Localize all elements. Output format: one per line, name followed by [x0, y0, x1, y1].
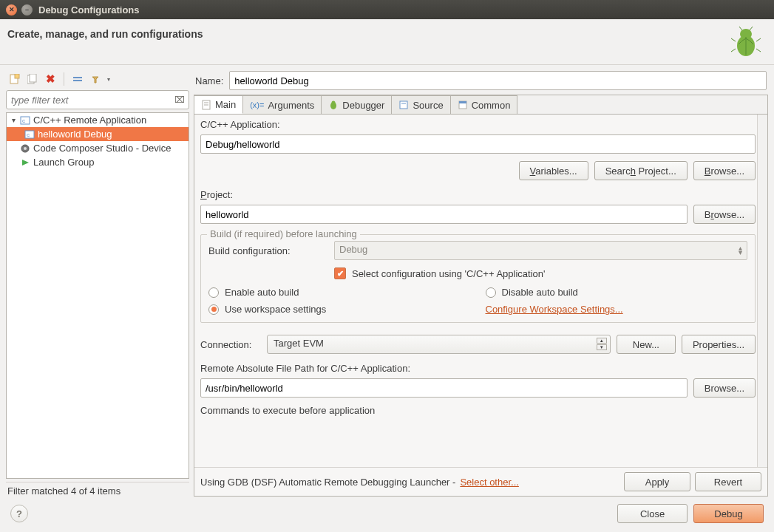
tree-label: helloworld Debug: [38, 129, 112, 140]
tree-node-launch-group[interactable]: Launch Group: [7, 155, 189, 169]
scrollbar[interactable]: [757, 115, 767, 467]
tree-node-helloworld-debug[interactable]: c helloworld Debug: [7, 127, 189, 141]
use-workspace-radio[interactable]: [208, 304, 219, 315]
minimize-icon[interactable]: –: [21, 4, 33, 16]
remote-path-label: Remote Absolute File Path for C/C++ Appl…: [200, 363, 756, 374]
config-tree[interactable]: ▾ c C/C++ Remote Application c helloworl…: [6, 112, 189, 479]
tab-source[interactable]: Source: [392, 95, 450, 114]
common-icon: [458, 100, 468, 110]
dialog-subtitle: Create, manage, and run configurations: [7, 28, 761, 40]
tab-label: Source: [413, 100, 443, 111]
tree-label: Launch Group: [33, 157, 94, 168]
window-title: Debug Configurations: [38, 4, 140, 16]
tab-debugger[interactable]: Debugger: [322, 95, 392, 114]
svg-line-5: [731, 49, 736, 52]
svg-point-20: [24, 147, 27, 150]
filter-clear-icon[interactable]: ⌧: [173, 93, 186, 106]
debug-bug-icon: [728, 24, 764, 61]
svg-text:c: c: [22, 117, 25, 124]
filter-status: Filter matched 4 of 4 items: [6, 482, 189, 497]
spinner-icon[interactable]: ▴▾: [597, 338, 607, 350]
revert-button[interactable]: Revert: [695, 472, 761, 491]
enable-auto-build-radio[interactable]: [208, 287, 219, 298]
browse-project-button[interactable]: Browse...: [693, 205, 756, 224]
collapse-all-icon[interactable]: [72, 73, 84, 85]
tab-arguments[interactable]: (x)= Arguments: [243, 95, 322, 114]
select-other-link[interactable]: Select other...: [460, 477, 519, 488]
dropdown-chevron-icon[interactable]: ▾: [107, 76, 110, 83]
tree-node-ccs[interactable]: Code Composer Studio - Device: [7, 141, 189, 155]
close-icon[interactable]: ✕: [6, 4, 17, 16]
project-input[interactable]: [200, 205, 688, 224]
tab-common[interactable]: Common: [451, 95, 518, 114]
chevron-updown-icon: ▴▾: [739, 246, 742, 255]
search-project-button[interactable]: Search Project...: [594, 161, 688, 180]
tab-label: Common: [472, 100, 511, 111]
connection-combo[interactable]: Target EVM ▴▾: [267, 335, 611, 354]
project-label: Project:: [200, 189, 756, 200]
tab-bar: Main (x)= Arguments Debugger Source Comm…: [194, 95, 767, 115]
dialog-header: Create, manage, and run configurations: [0, 19, 774, 65]
tab-label: Arguments: [268, 100, 314, 111]
window-controls: ✕ –: [6, 4, 33, 16]
name-input[interactable]: [229, 71, 767, 90]
launcher-text: Using GDB (DSF) Automatic Remote Debuggi…: [200, 477, 455, 488]
duplicate-config-icon[interactable]: [27, 73, 38, 85]
properties-button[interactable]: Properties...: [682, 335, 756, 354]
launcher-status-row: Using GDB (DSF) Automatic Remote Debuggi…: [194, 467, 767, 496]
tab-main[interactable]: Main: [194, 95, 243, 114]
apply-button[interactable]: Apply: [624, 472, 690, 491]
disable-auto-build-radio[interactable]: [486, 287, 496, 298]
filter-input[interactable]: [6, 90, 189, 109]
connection-value: Target EVM: [274, 338, 324, 349]
tab-label: Debugger: [342, 100, 384, 111]
tree-label: C/C++ Remote Application: [33, 115, 146, 126]
file-icon: [201, 100, 211, 110]
build-config-label: Build configuration:: [208, 245, 319, 256]
build-legend: Build (if required) before launching: [207, 228, 360, 239]
svg-rect-10: [15, 74, 19, 78]
help-icon[interactable]: ?: [10, 505, 28, 522]
left-panel: ✖ ▾ ⌧ ▾ c C/C++ Remote Application c hel…: [6, 71, 189, 497]
expand-icon[interactable]: ▾: [10, 116, 17, 124]
use-workspace-label: Use workspace settings: [225, 304, 326, 315]
debug-button[interactable]: Debug: [693, 504, 764, 523]
name-label: Name:: [195, 75, 223, 86]
browse-app-button[interactable]: Browse...: [693, 161, 756, 180]
svg-line-7: [739, 27, 742, 30]
filter-menu-icon[interactable]: [89, 73, 101, 85]
source-icon: [398, 100, 409, 110]
app-label: C/C++ Application:: [200, 119, 756, 130]
svg-point-25: [332, 101, 336, 105]
delete-config-icon[interactable]: ✖: [44, 73, 56, 85]
svg-rect-13: [73, 77, 82, 78]
svg-rect-29: [459, 101, 466, 103]
svg-line-6: [756, 49, 761, 52]
tab-main-body: C/C++ Application: Variables... Search P…: [194, 115, 767, 467]
browse-remote-button[interactable]: Browse...: [693, 378, 756, 398]
config-toolbar: ✖ ▾: [6, 71, 189, 90]
tree-node-cpp-remote[interactable]: ▾ c C/C++ Remote Application: [7, 113, 189, 127]
app-input[interactable]: [200, 134, 756, 154]
titlebar: ✕ – Debug Configurations: [0, 0, 774, 19]
remote-path-input[interactable]: [200, 378, 688, 398]
new-config-icon[interactable]: [9, 73, 21, 85]
select-config-label: Select configuration using 'C/C++ Applic…: [352, 268, 546, 279]
svg-rect-12: [30, 74, 36, 82]
svg-text:c: c: [27, 132, 30, 138]
svg-rect-26: [400, 101, 407, 109]
disable-auto-label: Disable auto build: [502, 287, 578, 298]
build-fieldset: Build (if required) before launching Bui…: [200, 234, 756, 323]
tab-label: Main: [215, 99, 236, 110]
select-config-checkbox[interactable]: ✔: [334, 267, 346, 279]
variables-button[interactable]: Variables...: [519, 161, 588, 180]
configure-workspace-link[interactable]: Configure Workspace Settings...: [486, 304, 623, 315]
svg-line-3: [731, 38, 736, 41]
dialog-footer: ? Close Debug: [0, 497, 774, 532]
build-config-value: Debug: [339, 244, 367, 255]
connection-label: Connection:: [200, 339, 261, 350]
new-connection-button[interactable]: New...: [617, 335, 676, 354]
build-config-select: Debug ▴▾: [334, 241, 747, 260]
close-button[interactable]: Close: [617, 504, 688, 523]
right-panel: Name: Main (x)= Arguments Debugger: [194, 71, 768, 497]
